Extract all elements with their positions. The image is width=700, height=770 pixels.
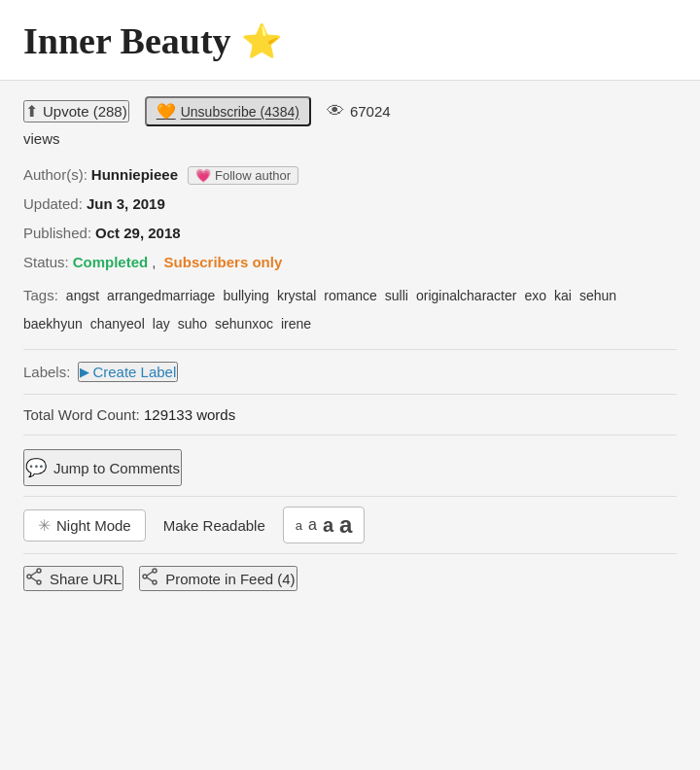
word-count-label: Total Word Count:: [23, 406, 140, 423]
views-label-row: views: [23, 130, 677, 147]
toolbar-row: ✳ Night Mode Make Readable a a a a: [23, 507, 677, 543]
share-url-label: Share URL: [50, 571, 122, 587]
create-label-arrow-icon: ▶: [80, 365, 89, 379]
tag-irene[interactable]: irene: [281, 310, 311, 337]
views-section: 👁 67024: [327, 101, 391, 122]
svg-line-9: [147, 578, 153, 581]
jump-comments-label: Jump to Comments: [53, 460, 180, 476]
svg-point-0: [37, 569, 41, 573]
tag-originalcharacter[interactable]: originalcharacter: [416, 282, 517, 309]
svg-point-5: [153, 569, 157, 573]
font-size-large[interactable]: a: [323, 514, 333, 537]
divider-4: [23, 496, 677, 497]
promote-feed-button[interactable]: Promote in Feed (4): [139, 566, 297, 591]
title-text: Inner Beauty: [23, 19, 231, 62]
status-row: Status: Completed , Subscribers only: [23, 248, 677, 277]
divider-1: [23, 349, 677, 350]
night-mode-button[interactable]: ✳ Night Mode: [23, 509, 146, 542]
tag-sehun[interactable]: sehun: [579, 282, 616, 309]
jump-to-comments-button[interactable]: 💬 Jump to Comments: [23, 449, 182, 486]
share-row: Share URL Promote in Feed (4): [23, 566, 677, 607]
published-label: Published:: [23, 219, 91, 248]
svg-line-3: [31, 572, 37, 576]
views-label: views: [23, 130, 60, 147]
make-readable-label: Make Readable: [163, 517, 265, 534]
tag-baekhyun[interactable]: baekhyun: [23, 310, 83, 337]
tag-sulli[interactable]: sulli: [385, 282, 408, 309]
svg-point-7: [143, 575, 147, 578]
updated-row: Updated: Jun 3, 2019: [23, 190, 677, 219]
font-size-xlarge[interactable]: a: [339, 511, 352, 539]
tags-label: Tags:: [23, 281, 58, 310]
tag-bullying[interactable]: bullying: [223, 282, 268, 309]
make-readable-button[interactable]: Make Readable: [154, 511, 275, 540]
divider-5: [23, 553, 677, 554]
divider-3: [23, 435, 677, 436]
author-name: Hunniepieee: [91, 160, 178, 190]
word-count-row: Total Word Count: 129133 words: [23, 406, 677, 423]
svg-point-2: [27, 575, 31, 578]
upvote-arrow-icon: ⬆: [25, 102, 38, 121]
heart-icon: 🧡: [157, 102, 176, 121]
upvote-button[interactable]: ⬆ Upvote (288): [23, 100, 129, 122]
updated-value: Jun 3, 2019: [87, 190, 165, 219]
divider-2: [23, 394, 677, 395]
tag-suho[interactable]: suho: [178, 310, 207, 337]
upvote-label: Upvote (288): [43, 103, 127, 120]
meta-section: ⬆ Upvote (288) 🧡 Unsubscribe (4384) 👁 67…: [0, 81, 700, 622]
tag-arrangedmarriage[interactable]: arrangedmarriage: [107, 282, 215, 309]
svg-line-4: [31, 578, 37, 581]
star-icon[interactable]: ⭐: [241, 21, 282, 60]
stats-row: ⬆ Upvote (288) 🧡 Unsubscribe (4384) 👁 67…: [23, 96, 677, 126]
eye-icon: 👁: [327, 101, 344, 122]
svg-point-6: [153, 580, 157, 584]
unsubscribe-label: Unsubscribe (4384): [181, 104, 299, 120]
tag-angst[interactable]: angst: [66, 282, 99, 309]
tag-romance[interactable]: romance: [324, 282, 376, 309]
share-url-button[interactable]: Share URL: [23, 566, 123, 591]
font-size-small[interactable]: a: [296, 518, 302, 533]
action-buttons: 💬 Jump to Comments: [23, 449, 677, 486]
follow-author-button[interactable]: 💗 Follow author: [188, 166, 298, 185]
word-count-value: 129133 words: [144, 406, 235, 423]
title-section: Inner Beauty ⭐: [0, 0, 700, 81]
sun-icon: ✳: [38, 516, 51, 535]
author-row: Author(s): Hunniepieee 💗 Follow author: [23, 160, 677, 190]
info-table: Author(s): Hunniepieee 💗 Follow author U…: [23, 160, 677, 337]
published-row: Published: Oct 29, 2018: [23, 219, 677, 248]
tag-krystal[interactable]: krystal: [277, 282, 316, 309]
tag-kai[interactable]: kai: [554, 282, 572, 309]
tag-lay[interactable]: lay: [153, 310, 170, 337]
tag-sehunxoc[interactable]: sehunxoc: [215, 310, 273, 337]
updated-label: Updated:: [23, 190, 83, 219]
create-label-text: Create Label: [92, 364, 176, 380]
story-title: Inner Beauty ⭐: [23, 19, 677, 62]
published-value: Oct 29, 2018: [95, 219, 181, 248]
promote-feed-label: Promote in Feed (4): [165, 571, 295, 587]
page-container: Inner Beauty ⭐ ⬆ Upvote (288) 🧡 Unsubscr…: [0, 0, 700, 770]
svg-line-8: [147, 572, 153, 576]
unsubscribe-button[interactable]: 🧡 Unsubscribe (4384): [145, 96, 311, 126]
author-label: Author(s):: [23, 160, 88, 190]
night-mode-label: Night Mode: [56, 517, 131, 534]
font-size-medium[interactable]: a: [308, 516, 317, 534]
svg-point-1: [37, 580, 41, 584]
tag-exo[interactable]: exo: [524, 282, 546, 309]
status-subscribers: Subscribers only: [164, 248, 283, 277]
status-label: Status:: [23, 248, 69, 277]
labels-label: Labels:: [23, 364, 70, 380]
share-url-icon: [25, 568, 43, 589]
promote-feed-icon: [141, 568, 158, 589]
tags-row: Tags: angst arrangedmarriage bullying kr…: [23, 281, 677, 337]
font-size-controls: a a a a: [283, 507, 366, 543]
create-label-button[interactable]: ▶ Create Label: [78, 362, 178, 382]
labels-row: Labels: ▶ Create Label: [23, 362, 677, 382]
comments-icon: 💬: [25, 457, 47, 478]
follow-heart-icon: 💗: [195, 168, 211, 183]
views-count: 67024: [350, 103, 391, 120]
status-completed: Completed: [73, 248, 149, 277]
follow-author-label: Follow author: [215, 168, 291, 183]
tag-chanyeol[interactable]: chanyeol: [90, 310, 145, 337]
